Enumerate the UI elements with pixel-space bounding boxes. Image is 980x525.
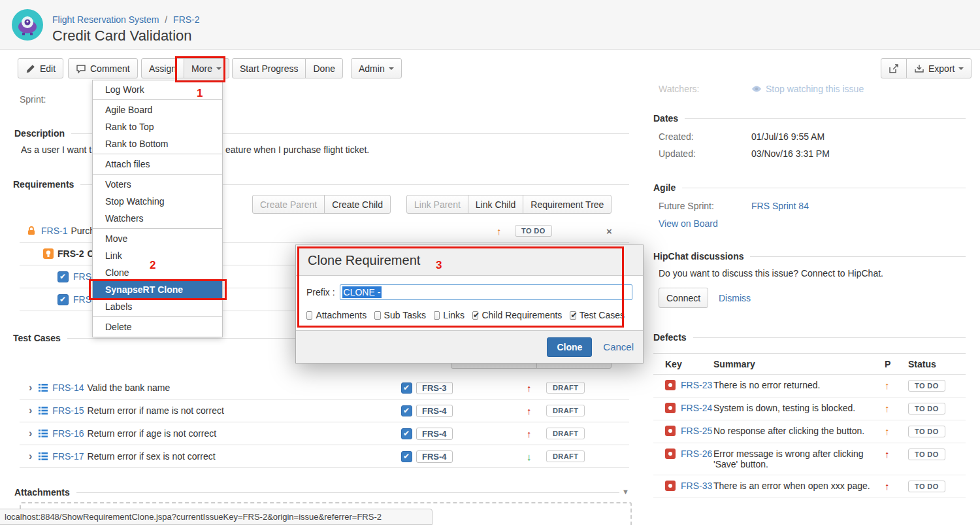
edit-button[interactable]: Edit <box>18 58 63 78</box>
link-child-button[interactable]: Link Child <box>468 195 523 214</box>
future-sprint-label: Future Sprint: <box>659 201 714 211</box>
share-button[interactable] <box>881 58 907 78</box>
dismiss-link[interactable]: Dismiss <box>719 293 751 303</box>
expand-chevron-icon[interactable]: › <box>29 428 32 439</box>
start-progress-button[interactable]: Start Progress <box>232 58 306 78</box>
expand-chevron-icon[interactable]: › <box>29 450 32 462</box>
priority-icon <box>882 449 908 460</box>
defect-key-link[interactable]: FRS-23 <box>681 380 712 390</box>
breadcrumb-project-link[interactable]: Flight Reservation System <box>52 14 159 25</box>
defect-key-link[interactable]: FRS-26 <box>681 449 712 459</box>
menu-item-agile-board[interactable]: Agile Board <box>93 101 222 118</box>
assign-button[interactable]: Assign <box>141 58 184 78</box>
status-badge: TO DO <box>908 403 945 415</box>
requirement-create-group: Create Parent Create Child <box>252 195 391 214</box>
checked-checkbox[interactable] <box>401 405 412 416</box>
expand-chevron-icon[interactable]: › <box>29 405 32 416</box>
more-button[interactable]: More <box>184 58 229 78</box>
defects-header-row: Key Summary P Status <box>653 354 966 375</box>
menu-item-stop-watching[interactable]: Stop Watching <box>93 193 222 210</box>
menu-item-attach-files[interactable]: Attach files <box>93 156 222 173</box>
view-on-board-link[interactable]: View on Board <box>659 218 718 229</box>
defects-header-summary: Summary <box>713 359 882 369</box>
priority-icon <box>882 380 908 391</box>
create-parent-button[interactable]: Create Parent <box>252 195 325 214</box>
attachments-heading: Attachments <box>14 487 619 498</box>
checked-checkbox[interactable] <box>401 428 412 439</box>
page-header: Flight Reservation System / FRS-2 Credit… <box>0 0 980 50</box>
checked-checkbox[interactable] <box>401 451 412 462</box>
menu-item-labels[interactable]: Labels <box>93 298 222 315</box>
menu-item-rank-to-top[interactable]: Rank to Top <box>93 118 222 135</box>
requirement-tree-button[interactable]: Requirement Tree <box>523 195 612 214</box>
defect-summary: Error message is wrong after clicking 'S… <box>713 449 882 469</box>
section-collapse-icon[interactable]: ▼ <box>622 488 629 496</box>
attachments-checkbox[interactable] <box>306 311 312 320</box>
link-parent-button[interactable]: Link Parent <box>406 195 468 214</box>
create-child-button[interactable]: Create Child <box>324 195 391 214</box>
test-case-title: Return error if sex is not correct <box>88 451 216 462</box>
test-case-key-link[interactable]: FRS-16 <box>52 428 84 439</box>
menu-item-rank-to-bottom[interactable]: Rank to Bottom <box>93 135 222 152</box>
status-badge: TO DO <box>908 449 945 460</box>
admin-button[interactable]: Admin <box>351 58 402 78</box>
test-cases-checkbox[interactable] <box>570 311 576 320</box>
story-icon <box>43 248 54 259</box>
defect-row: FRS-33 There is an error when open xxx p… <box>653 475 966 498</box>
chevron-down-icon <box>389 67 394 70</box>
menu-item-watchers[interactable]: Watchers <box>93 210 222 227</box>
bug-icon <box>665 403 676 413</box>
lock-icon <box>26 226 37 236</box>
future-sprint-link[interactable]: FRS Sprint 84 <box>751 201 809 211</box>
cancel-link[interactable]: Cancel <box>603 341 634 352</box>
comment-button-group: Comment <box>68 58 138 78</box>
defects-header-status: Status <box>908 359 960 369</box>
checked-checkbox[interactable] <box>57 294 69 305</box>
test-case-title: Return error if name is not correct <box>88 405 224 416</box>
menu-item-voters[interactable]: Voters <box>93 176 222 193</box>
test-case-title: Valid the bank name <box>88 382 171 393</box>
close-icon[interactable]: × <box>606 226 612 237</box>
done-button[interactable]: Done <box>305 58 342 78</box>
test-case-key-link[interactable]: FRS-15 <box>52 405 84 416</box>
workflow-group: Start Progress Done <box>232 58 343 78</box>
download-icon <box>914 63 924 74</box>
menu-item-link[interactable]: Link <box>93 247 222 264</box>
menu-divider <box>93 316 222 317</box>
clone-button[interactable]: Clone <box>547 337 592 357</box>
child-requirements-checkbox[interactable] <box>472 311 478 320</box>
requirement-key-link[interactable]: FRS-1 <box>41 226 67 236</box>
menu-item-clone[interactable]: Clone <box>93 264 222 281</box>
test-case-key-link[interactable]: FRS-17 <box>52 451 84 462</box>
prefix-input[interactable]: CLONE - <box>340 284 632 300</box>
checked-checkbox[interactable] <box>401 382 412 394</box>
defect-key-link[interactable]: FRS-25 <box>681 426 712 436</box>
menu-item-delete[interactable]: Delete <box>93 318 222 335</box>
stop-watching-link[interactable]: Stop watching this issue <box>766 84 864 94</box>
sub-tasks-checkbox[interactable] <box>374 311 380 320</box>
export-button[interactable]: Export <box>906 58 972 78</box>
status-bar-url: localhost:8848/ShowRequirementClone.jspa… <box>0 509 433 525</box>
dialog-header: Clone Requirement <box>296 245 643 276</box>
expand-chevron-icon[interactable]: › <box>29 382 32 394</box>
comment-button[interactable]: Comment <box>68 58 138 78</box>
breadcrumb-issue-link[interactable]: FRS-2 <box>173 14 199 25</box>
agile-heading: Agile <box>653 182 966 193</box>
description-text-left: As a user I want t <box>21 144 91 155</box>
links-checkbox[interactable] <box>434 311 440 320</box>
priority-icon <box>527 405 532 416</box>
defect-summary: There is an error when open xxx page. <box>713 481 882 491</box>
breadcrumb-separator: / <box>161 14 171 25</box>
menu-item-synapsert-clone[interactable]: SynapseRT Clone <box>93 281 222 298</box>
menu-item-move[interactable]: Move <box>93 230 222 247</box>
updated-value: 03/Nov/16 3:31 PM <box>751 148 830 159</box>
priority-icon <box>527 428 532 439</box>
connect-button[interactable]: Connect <box>659 288 708 308</box>
defect-key-link[interactable]: FRS-33 <box>681 481 712 491</box>
test-case-icon <box>38 405 48 416</box>
defect-key-link[interactable]: FRS-24 <box>681 403 712 413</box>
test-case-row: › FRS-16 Return error if age is not corr… <box>20 422 629 445</box>
test-case-key-link[interactable]: FRS-14 <box>52 382 84 393</box>
menu-divider <box>93 174 222 175</box>
checked-checkbox[interactable] <box>57 271 69 282</box>
